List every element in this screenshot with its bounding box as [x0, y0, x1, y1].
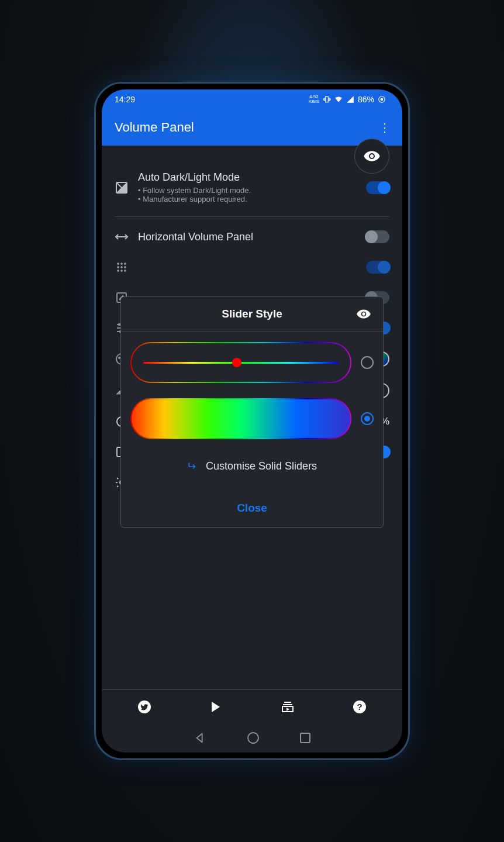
network-speed: 4.52 KB/S [309, 95, 319, 104]
app-title: Volume Panel [115, 120, 194, 135]
help-icon[interactable]: ? [353, 700, 367, 714]
svg-point-10 [121, 270, 123, 272]
divider [115, 216, 389, 217]
setting-row[interactable] [115, 252, 389, 282]
twitter-icon[interactable] [137, 700, 151, 714]
eye-icon [363, 147, 381, 165]
status-bar: 14:29 4.52 KB/S 86% [102, 89, 402, 109]
signal-icon [346, 95, 354, 103]
wifi-icon [334, 95, 343, 103]
svg-point-1 [381, 98, 384, 101]
solid-slider-radio[interactable] [361, 412, 374, 425]
status-icons: 4.52 KB/S 86% [309, 95, 386, 104]
nav-bar [102, 723, 402, 753]
bottom-bar: ? [102, 689, 402, 723]
svg-point-8 [125, 267, 126, 268]
svg-point-3 [118, 263, 119, 265]
nav-recent-icon[interactable] [300, 733, 310, 743]
thin-slider-radio[interactable] [361, 356, 374, 369]
dark-mode-icon [115, 181, 129, 195]
horizontal-icon [115, 230, 129, 244]
grid-icon [115, 260, 129, 274]
screen: 14:29 4.52 KB/S 86% Volume Panel ⋮ [102, 89, 402, 753]
dialog-close-button[interactable]: Close [121, 489, 383, 527]
battery-icon [378, 95, 386, 103]
auto-dark-toggle[interactable] [366, 181, 389, 194]
thin-slider-option[interactable] [130, 342, 374, 383]
slider-style-dialog: Slider Style [120, 296, 384, 528]
horizontal-toggle[interactable] [366, 230, 389, 243]
menu-overflow-icon[interactable]: ⋮ [374, 116, 395, 139]
solid-slider-option[interactable] [130, 398, 374, 439]
battery-percent: 86% [358, 95, 374, 104]
solid-slider-preview [130, 398, 351, 439]
customise-label: Customise Solid Sliders [206, 460, 317, 472]
auto-dark-desc: Follow system Dark/Light mode. Manufactu… [138, 186, 357, 203]
svg-text:?: ? [357, 702, 362, 712]
vibrate-icon [323, 95, 331, 103]
play-store-icon[interactable] [209, 700, 223, 714]
eye-icon[interactable] [356, 306, 371, 322]
app-bar: Volume Panel ⋮ [102, 109, 402, 146]
auto-dark-title: Auto Dark/Light Mode [138, 171, 357, 184]
dialog-title: Slider Style [148, 308, 356, 320]
status-time: 14:29 [115, 95, 135, 104]
svg-point-4 [121, 263, 123, 265]
dialog-body: Customise Solid Sliders [121, 332, 383, 489]
preview-fab[interactable] [354, 139, 389, 174]
svg-point-11 [125, 270, 126, 272]
subscriptions-icon[interactable] [281, 700, 295, 714]
nav-back-icon[interactable] [194, 731, 206, 744]
arrow-enter-icon [187, 461, 199, 472]
phone-frame: 14:29 4.52 KB/S 86% Volume Panel ⋮ [94, 82, 410, 760]
thin-slider-preview [130, 342, 351, 383]
svg-point-7 [121, 267, 123, 268]
auto-dark-setting[interactable]: Auto Dark/Light Mode Follow system Dark/… [115, 163, 389, 212]
toggle[interactable] [366, 261, 389, 274]
svg-point-5 [125, 263, 126, 265]
svg-point-6 [118, 267, 119, 268]
nav-home-icon[interactable] [247, 732, 259, 744]
svg-point-9 [118, 270, 119, 272]
dialog-header: Slider Style [121, 297, 383, 332]
customise-solid-sliders-button[interactable]: Customise Solid Sliders [130, 454, 374, 484]
horizontal-panel-setting[interactable]: Horizontal Volume Panel [115, 222, 389, 252]
horizontal-title: Horizontal Volume Panel [138, 231, 357, 243]
